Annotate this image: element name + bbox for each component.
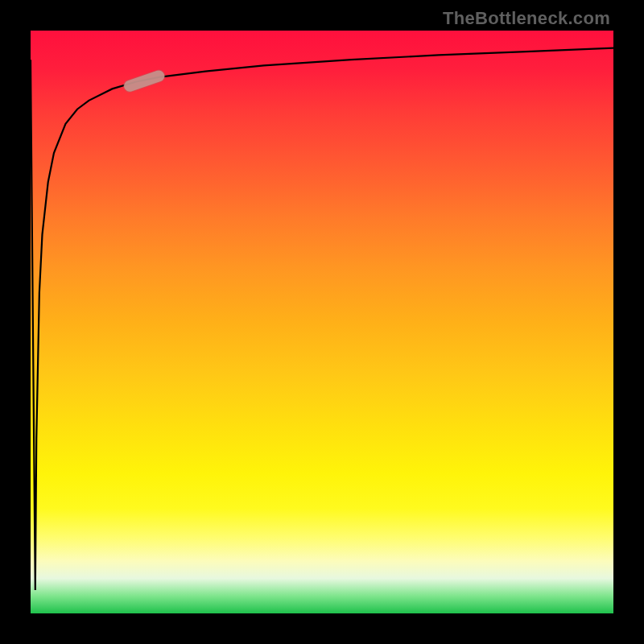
curve-line (31, 48, 613, 590)
chart-root: TheBottleneck.com (0, 0, 644, 644)
marker-pill (130, 76, 159, 85)
plot-area (31, 31, 613, 613)
svg-line-1 (130, 76, 159, 85)
watermark-text: TheBottleneck.com (443, 8, 610, 29)
curve-svg (31, 31, 613, 613)
